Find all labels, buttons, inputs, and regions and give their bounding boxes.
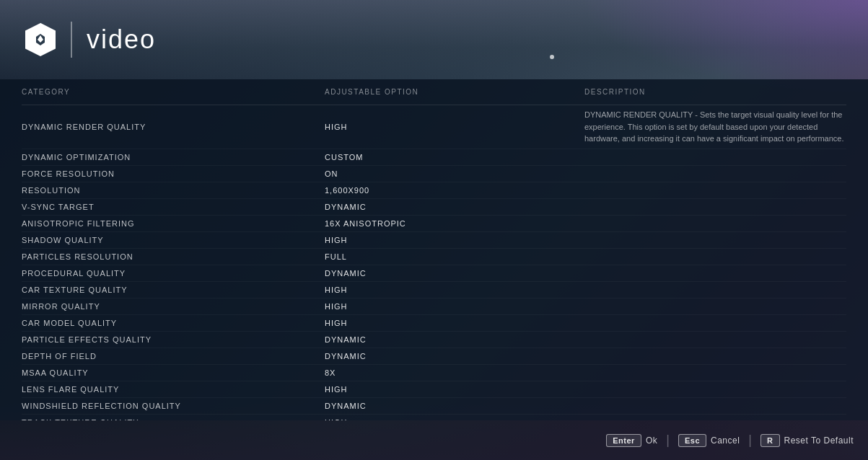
table-row[interactable]: CAR TEXTURE QUALITYHIGH [22, 282, 846, 298]
sep2: | [748, 433, 752, 448]
cell-category: RESOLUTION [22, 186, 325, 195]
cell-category: V-SYNC TARGET [22, 203, 325, 211]
cell-category: CAR MODEL QUALITY [22, 319, 325, 327]
sep1: | [666, 433, 670, 448]
cell-option: HIGH [325, 123, 584, 131]
cell-option: CUSTOM [325, 153, 584, 162]
table-row[interactable]: PARTICLES RESOLUTIONFULL [22, 249, 846, 265]
cell-option: HIGH [325, 236, 584, 244]
table-row[interactable]: FORCE RESOLUTIONON [22, 166, 846, 182]
table-row[interactable]: DYNAMIC OPTIMIZATIONCUSTOM [22, 149, 846, 166]
cell-category: PROCEDURAL QUALITY [22, 269, 325, 278]
cell-category: ANISOTROPIC FILTERING [22, 219, 325, 228]
table-row[interactable]: PROCEDURAL QUALITYDYNAMIC [22, 265, 846, 282]
cell-category: PARTICLES RESOLUTION [22, 252, 325, 261]
footer: Enter Ok | Esc Cancel | R Reset To Defau… [0, 420, 868, 460]
cell-option: 1,600x900 [325, 186, 584, 195]
r-label: Reset To Default [784, 435, 854, 446]
table-row[interactable]: DEPTH OF FIELDDYNAMIC [22, 348, 846, 365]
cell-category: LENS FLARE QUALITY [22, 385, 325, 394]
table-row[interactable]: V-SYNC TARGETDYNAMIC [22, 199, 846, 216]
cell-category: SHADOW QUALITY [22, 236, 325, 244]
enter-key: Enter [606, 434, 641, 447]
cell-option: 16x ANISOTROPIC [325, 219, 584, 228]
cell-category: FORCE RESOLUTION [22, 169, 325, 178]
cell-option: ON [325, 169, 584, 178]
cell-category: WINDSHIELD REFLECTION QUALITY [22, 402, 325, 410]
table-row[interactable]: TRACK TEXTURE QUALITYHIGH [22, 415, 846, 421]
content-panel: CATEGORY ADJUSTABLE OPTION DESCRIPTION D… [0, 79, 868, 420]
forza-logo: F [22, 21, 59, 58]
cell-option: 8x [325, 368, 584, 377]
cell-option: HIGH [325, 319, 584, 327]
cell-option: DYNAMIC [325, 335, 584, 344]
table-row[interactable]: WINDSHIELD REFLECTION QUALITYDYNAMIC [22, 398, 846, 415]
page-title: video [87, 25, 156, 55]
esc-key: Esc [678, 434, 706, 447]
enter-label: Ok [646, 435, 657, 446]
table-row[interactable]: SHADOW QUALITYHIGH [22, 232, 846, 249]
cell-option: HIGH [325, 286, 584, 294]
header-divider [71, 22, 72, 58]
cell-category: DYNAMIC RENDER QUALITY [22, 123, 325, 131]
cell-category: DEPTH OF FIELD [22, 352, 325, 361]
cell-option: DYNAMIC [325, 269, 584, 278]
cell-category: MIRROR QUALITY [22, 302, 325, 311]
cell-category: CAR TEXTURE QUALITY [22, 286, 325, 294]
table-row[interactable]: PARTICLE EFFECTS QUALITYDYNAMIC [22, 332, 846, 348]
cell-category: DYNAMIC OPTIMIZATION [22, 153, 325, 162]
table-row[interactable]: ANISOTROPIC FILTERING16x ANISOTROPIC [22, 216, 846, 232]
esc-label: Cancel [711, 435, 740, 446]
table-row[interactable]: CAR MODEL QUALITYHIGH [22, 315, 846, 332]
cell-option: FULL [325, 252, 584, 261]
cell-option: HIGH [325, 385, 584, 394]
cell-option: HIGH [325, 302, 584, 311]
cell-option: DYNAMIC [325, 352, 584, 361]
reset-action[interactable]: R Reset To Default [760, 434, 854, 447]
esc-action[interactable]: Esc Cancel [678, 434, 740, 447]
r-key: R [760, 434, 779, 447]
col-header-category: CATEGORY [22, 88, 325, 96]
table-body: DYNAMIC RENDER QUALITYHIGHDYNAMIC RENDER… [0, 105, 868, 420]
cell-option: DYNAMIC [325, 203, 584, 211]
header: F video [0, 0, 868, 79]
table-row[interactable]: DYNAMIC RENDER QUALITYHIGHDYNAMIC RENDER… [22, 105, 846, 149]
table-row[interactable]: MIRROR QUALITYHIGH [22, 298, 846, 315]
enter-action[interactable]: Enter Ok [606, 434, 657, 447]
table-header: CATEGORY ADJUSTABLE OPTION DESCRIPTION [22, 79, 846, 105]
cell-description: DYNAMIC RENDER QUALITY - Sets the target… [584, 109, 846, 145]
cell-category: PARTICLE EFFECTS QUALITY [22, 335, 325, 344]
col-header-description: DESCRIPTION [584, 88, 846, 96]
table-row[interactable]: MSAA QUALITY8x [22, 365, 846, 381]
table-row[interactable]: LENS FLARE QUALITYHIGH [22, 381, 846, 398]
table-row[interactable]: RESOLUTION1,600x900 [22, 182, 846, 199]
cell-category: MSAA QUALITY [22, 368, 325, 377]
col-header-option: ADJUSTABLE OPTION [325, 88, 584, 96]
cell-option: DYNAMIC [325, 402, 584, 410]
